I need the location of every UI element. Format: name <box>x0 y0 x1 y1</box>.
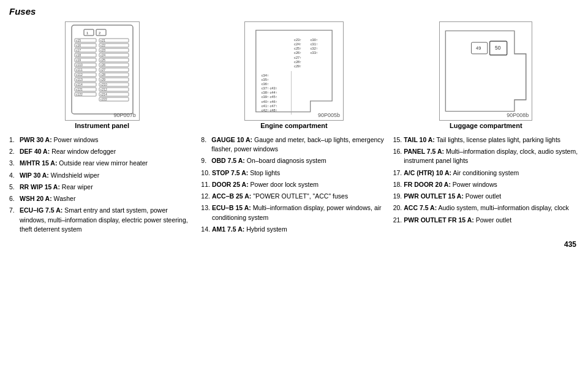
svg-text:c25↑: c25↑ <box>294 47 301 50</box>
svg-rect-2 <box>96 29 106 36</box>
svg-text:c16: c16 <box>76 43 81 47</box>
diagram1-label: Instrument panel <box>75 122 129 129</box>
svg-text:c24↑: c24↑ <box>294 42 301 46</box>
svg-text:c41↑ c47↑: c41↑ c47↑ <box>262 104 277 108</box>
svg-text:49: 49 <box>476 45 481 51</box>
list-item: 18. FR DOOR 20 A: Power windows <box>393 180 579 189</box>
svg-text:c111: c111 <box>76 68 83 72</box>
list-item: 20. ACC 7.5 A: Audio system, multi–infor… <box>393 203 579 213</box>
svg-text:c37↑ c43↑: c37↑ c43↑ <box>262 86 277 90</box>
svg-text:50: 50 <box>495 45 501 51</box>
svg-text:c22: c22 <box>100 43 105 47</box>
svg-text:c18: c18 <box>76 53 81 57</box>
svg-text:c222: c222 <box>100 97 107 101</box>
fuse-col2: 8. GAUGE 10 A: Gauge and meter, back–up … <box>201 135 386 236</box>
fuse-descriptions: 1. PWR 30 A: Power windows 2. DEF 40 A: … <box>9 135 579 236</box>
instrument-panel-diagram: 1 2 c15 c16 c17 c18 c19 c110 <box>65 21 140 121</box>
list-item: 12. ACC–B 25 A: "POWER OUTLET", "ACC" fu… <box>201 192 386 201</box>
svg-text:c34↑: c34↑ <box>262 74 269 77</box>
svg-text:c27↑: c27↑ <box>294 56 301 59</box>
svg-text:c29↑: c29↑ <box>294 64 301 68</box>
svg-text:c33↑: c33↑ <box>311 51 318 55</box>
svg-text:c28: c28 <box>100 73 105 77</box>
svg-text:c212: c212 <box>100 88 107 91</box>
svg-text:c32↑: c32↑ <box>311 47 318 50</box>
svg-text:c35↑: c35↑ <box>262 78 269 81</box>
diagram2-code: 90P005b <box>318 112 340 118</box>
svg-rect-1 <box>84 29 94 36</box>
svg-text:c110: c110 <box>76 63 83 67</box>
list-item: 5. RR WIP 15 A: Rear wiper <box>9 183 195 192</box>
diagrams-row: 1 2 c15 c16 c17 c18 c19 c110 <box>9 21 579 132</box>
list-item: 15. TAIL 10 A: Tail lights, license plat… <box>393 135 579 145</box>
list-item: 3. M/HTR 15 A: Outside rear view mirror … <box>9 159 195 168</box>
svg-text:c23↑: c23↑ <box>294 38 301 42</box>
page-number: 435 <box>9 240 579 249</box>
diagram3-code: 90P008b <box>507 112 529 118</box>
svg-text:c24: c24 <box>100 53 105 57</box>
fuse-col3: 15. TAIL 10 A: Tail lights, license plat… <box>393 135 579 236</box>
fuse-col1: 1. PWR 30 A: Power windows 2. DEF 40 A: … <box>9 135 195 236</box>
svg-text:c26: c26 <box>100 63 105 67</box>
svg-text:c39↑ c45↑: c39↑ c45↑ <box>262 95 277 99</box>
svg-text:c17: c17 <box>76 48 81 52</box>
svg-text:c25: c25 <box>100 58 105 62</box>
engine-compartment-diagram: c23↑ c24↑ c25↑ c26↑ c27↑ c28↑ c29↑ c30↑ … <box>244 21 344 121</box>
list-item: 1. PWR 30 A: Power windows <box>9 135 195 145</box>
svg-text:c36↑: c36↑ <box>262 82 269 86</box>
list-item: 9. OBD 7.5 A: On–board diagnosis system <box>201 156 386 165</box>
diagram2-label: Engine compartment <box>260 122 327 129</box>
svg-text:c27: c27 <box>100 68 105 72</box>
diagram1-code: 90P007b <box>114 112 136 118</box>
svg-text:c121: c121 <box>76 88 83 91</box>
list-item: 17. A/C (HTR) 10 A: Air conditioning sys… <box>393 168 579 178</box>
list-item: 19. PWR OUTLET 15 A: Power outlet <box>393 192 579 201</box>
svg-text:c114: c114 <box>76 83 83 86</box>
svg-text:c214: c214 <box>100 92 107 96</box>
list-item: 2. DEF 40 A: Rear window defogger <box>9 147 195 156</box>
svg-text:c112: c112 <box>76 73 83 77</box>
list-item: 21. PWR OUTLET FR 15 A: Power outlet <box>393 216 579 225</box>
svg-text:c15: c15 <box>76 39 81 42</box>
list-item: 13. ECU–B 15 A: Multi–information displa… <box>201 203 386 222</box>
list-item: 4. WIP 30 A: Windshield wiper <box>9 171 195 180</box>
luggage-compartment-diagram: 49 50 90P008b <box>439 21 532 121</box>
svg-text:c38↑ c44↑: c38↑ c44↑ <box>262 91 277 94</box>
svg-text:c210: c210 <box>100 83 107 86</box>
page-title: Fuses <box>9 6 579 17</box>
svg-text:c42↑ c48↑: c42↑ c48↑ <box>262 108 277 112</box>
svg-text:c40↑ c46↑: c40↑ c46↑ <box>262 100 277 104</box>
svg-text:c122: c122 <box>76 92 83 96</box>
svg-text:c31↑: c31↑ <box>311 42 318 46</box>
list-item: 16. PANEL 7.5 A: Multi–information displ… <box>393 147 579 165</box>
list-item: 11. DOOR 25 A: Power door lock system <box>201 180 386 189</box>
svg-text:c30↑: c30↑ <box>311 38 318 42</box>
list-item: 8. GAUGE 10 A: Gauge and meter, back–up … <box>201 135 386 154</box>
diagram3-label: Luggage compartment <box>450 122 522 129</box>
svg-text:c21: c21 <box>100 39 105 42</box>
svg-text:c29: c29 <box>100 78 105 81</box>
list-item: 7. ECU–IG 7.5 A: Smart entry and start s… <box>9 206 195 234</box>
svg-text:c28↑: c28↑ <box>294 60 301 64</box>
svg-text:2: 2 <box>99 31 101 35</box>
svg-text:c113: c113 <box>76 78 83 81</box>
list-item: 10. STOP 7.5 A: Stop lights <box>201 168 386 178</box>
svg-text:c19: c19 <box>76 58 81 62</box>
list-item: 6. WSH 20 A: Washer <box>9 194 195 203</box>
list-item: 14. AM1 7.5 A: Hybrid system <box>201 225 386 234</box>
svg-text:1: 1 <box>86 31 89 35</box>
svg-text:c23: c23 <box>100 48 105 52</box>
svg-text:c26↑: c26↑ <box>294 51 301 55</box>
